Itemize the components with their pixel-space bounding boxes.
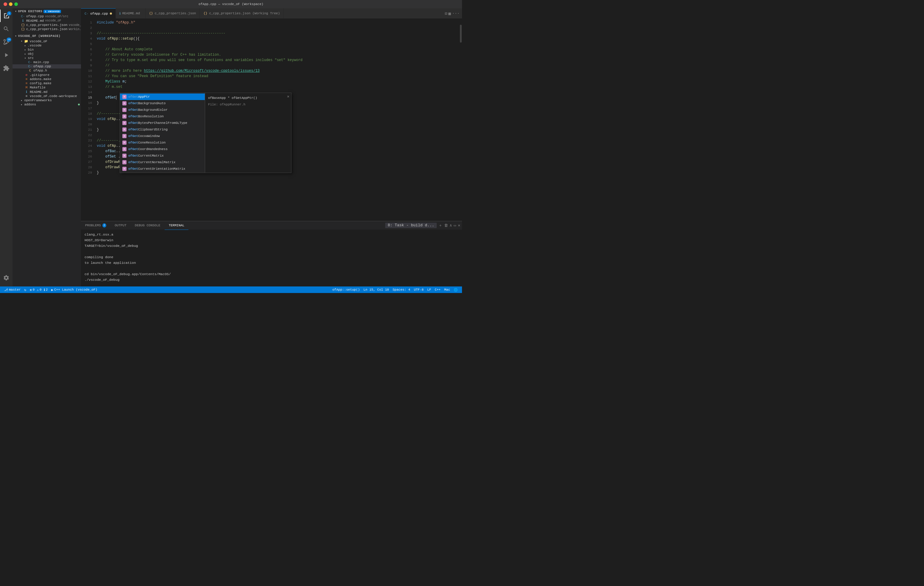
tab-ccpp1[interactable]: {} c_cpp_properties.json	[145, 8, 200, 18]
file-addons-make[interactable]: ≡ addons.make	[13, 77, 81, 81]
tab-readme[interactable]: ℹ README.md	[116, 8, 145, 18]
ac-item-ofGetCocoaWindow[interactable]: ⊙ ofGetCocoaWindow	[120, 133, 205, 139]
ac-item-ofGetCurrentMatrix[interactable]: ⊙ ofGetCurrentMatrix	[120, 152, 205, 159]
new-terminal-icon[interactable]: ＋	[439, 223, 442, 228]
file-makefile[interactable]: M Makefile	[13, 86, 81, 90]
code-line-12: MyClass m;	[94, 79, 460, 84]
main-cpp-icon: C·	[28, 61, 32, 64]
status-errors[interactable]: ⊗ 0 ⚠ 0 ℹ 2	[28, 286, 50, 293]
split-editor-icon[interactable]: ⊡	[445, 11, 447, 16]
ac-item-ofGetAppPtr[interactable]: ⊙ ofGetAppPtr	[120, 94, 205, 100]
readme-icon: ℹ	[25, 90, 28, 94]
panel-tabs: PROBLEMS 2 OUTPUT DEBUG CONSOLE TERMINAL…	[81, 221, 462, 230]
status-eol[interactable]: LF	[426, 286, 433, 293]
code-line-4: void ofApp::setup(){	[94, 36, 460, 41]
file-readme[interactable]: ℹ README.md	[13, 90, 81, 94]
terminal-content[interactable]: clang_rt.osx.a HOST_OS=Darwin TARGET=bin…	[81, 230, 462, 286]
file-workspace[interactable]: ≡ vscode_oF.code-workspace	[13, 94, 81, 98]
folder-obj[interactable]: ▸ obj	[13, 52, 81, 56]
folder-icon: 📁	[24, 39, 28, 43]
tab-md-icon: ℹ	[119, 12, 120, 15]
scrollbar-thumb[interactable]	[460, 25, 462, 43]
ac-item-ofGetClipboardString[interactable]: ⊙ ofGetClipboardString	[120, 126, 205, 133]
status-globe[interactable]: 🌐	[452, 286, 460, 293]
folder-vscode-of[interactable]: ▾ 📁 vscode_oF	[13, 39, 81, 43]
open-editor-ofapp-cpp[interactable]: C· ofApp.cpp vscode_oF/src	[13, 14, 81, 18]
close-button[interactable]	[3, 2, 7, 6]
terminal-line-5: compiling done	[84, 254, 459, 260]
tab-ccpp2[interactable]: {} c_cpp_properties.json (Working Tree)	[200, 8, 284, 18]
open-editor-ccpp2[interactable]: {} c_cpp_properties.json Workin...	[13, 27, 81, 31]
split-panel-icon[interactable]: ▭	[454, 223, 456, 228]
ac-item-ofGetCurrentOrientationMatrix[interactable]: ⊙ ofGetCurrentOrientationMatrix	[120, 165, 205, 172]
ac-close-button[interactable]: ✕	[287, 94, 289, 99]
folder-vscode[interactable]: ▸ .vscode	[13, 43, 81, 48]
run-activity-icon[interactable]	[0, 49, 13, 61]
addons-make-icon: ≡	[25, 78, 28, 81]
status-run[interactable]: ▶ C++ Launch (vscode_oF)	[50, 286, 99, 293]
file-config-make[interactable]: ≡ config.make	[13, 81, 81, 86]
terminal-line-4	[84, 249, 459, 254]
open-editor-readme[interactable]: ℹ README.md vscode_oF	[13, 18, 81, 23]
close-panel-icon[interactable]: ✕	[458, 223, 460, 228]
editor-scrollbar[interactable]	[460, 19, 462, 221]
status-encoding[interactable]: UTF-8	[412, 286, 426, 293]
line-numbers: 12345 678910 1112131415 1617181920 21222…	[81, 19, 94, 221]
status-lang[interactable]: C++	[433, 286, 442, 293]
file-ofapp-cpp[interactable]: C· ofApp.cpp	[13, 64, 81, 68]
file-main-cpp[interactable]: C· main.cpp	[13, 60, 81, 64]
status-spaces[interactable]: Spaces: 4	[391, 286, 412, 293]
explorer-activity-icon[interactable]: 1	[0, 10, 13, 22]
chevron-up-icon[interactable]: ∧	[450, 223, 452, 228]
status-position[interactable]: Ln 15, Col 10	[362, 286, 391, 293]
ac-item-ofGetConeResolution[interactable]: ⊙ ofGetConeResolution	[120, 139, 205, 146]
ac-item-ofGetBoxResolution[interactable]: ⊙ ofGetBoxResolution	[120, 113, 205, 120]
status-branch[interactable]: ⎇ master	[2, 286, 23, 293]
file-ofapp-h[interactable]: C ofApp.h	[13, 68, 81, 73]
folder-openframeworks[interactable]: ▸ openFrameworks	[13, 98, 81, 102]
ac-method-icon10: ⊙	[122, 154, 127, 158]
autocomplete-popup[interactable]: ⊙ ofGetAppPtr ⊙ ofGetBackgroundAuto ⊙ of…	[120, 92, 291, 173]
trash-icon[interactable]: 🗑	[444, 223, 448, 228]
code-line-11: // You can use "Peek Definition" feature…	[94, 74, 460, 79]
ac-method-icon12: ⊙	[122, 167, 127, 171]
status-sync[interactable]: ↻	[23, 286, 28, 293]
panel-tab-terminal[interactable]: TERMINAL	[165, 221, 189, 230]
terminal-line-2: HOST_OS=Darwin	[84, 237, 459, 243]
md-file-icon: ℹ	[21, 19, 25, 23]
status-scope[interactable]: ofApp::setup()	[330, 286, 361, 293]
maximize-button[interactable]	[14, 2, 18, 6]
ac-item-ofGetBackgroundColor[interactable]: ⊙ ofGetBackgroundColor	[120, 107, 205, 113]
panel-tab-debug[interactable]: DEBUG CONSOLE	[131, 221, 165, 230]
code-editor[interactable]: #include "ofApp.h" //-------------------…	[94, 19, 460, 221]
code-line-2	[94, 25, 460, 31]
folder-bin[interactable]: ▸ bin	[13, 48, 81, 52]
settings-activity-icon[interactable]	[0, 272, 13, 284]
open-editor-ccpp1[interactable]: {} c_cpp_properties.json vscode_o...	[13, 23, 81, 27]
search-activity-icon[interactable]	[0, 23, 13, 35]
ac-item-ofGetBackgroundAuto[interactable]: ⊙ ofGetBackgroundAuto	[120, 100, 205, 107]
minimize-button[interactable]	[9, 2, 13, 6]
status-platform[interactable]: Mac	[442, 286, 452, 293]
panel-tab-output[interactable]: OUTPUT	[111, 221, 131, 230]
ac-item-ofGetCoordHandedness[interactable]: ⊙ ofGetCoordHandedness	[120, 146, 205, 152]
workspace-header[interactable]: ▾ VSCODE_OF (WORKSPACE)	[13, 33, 81, 39]
task-label[interactable]: 8: Task - build d...	[385, 223, 436, 228]
tab-ofapp-cpp[interactable]: C· ofApp.cpp	[81, 8, 116, 18]
ac-item-ofGetCurrentNormalMatrix[interactable]: ⊙ ofGetCurrentNormalMatrix	[120, 159, 205, 165]
ac-item-ofGetBytesPerChannel[interactable]: ⊙ ofGetBytesPerChannelFromGLType	[120, 120, 205, 126]
more-actions-icon[interactable]: ···	[452, 11, 460, 16]
source-control-activity-icon[interactable]: 16	[0, 36, 13, 48]
editor-layout-icon[interactable]: ▦	[448, 11, 451, 16]
folder-src[interactable]: ▾ src	[13, 56, 81, 60]
window-controls[interactable]	[3, 2, 18, 6]
activity-bar: 1 16	[0, 8, 13, 286]
terminal-line-3: TARGET=bin/vscode_oF_debug	[84, 243, 459, 249]
editor-area: C· ofApp.cpp ℹ README.md {} c_cpp_proper…	[81, 8, 462, 286]
terminal-line-1: clang_rt.osx.a	[84, 232, 459, 237]
extensions-activity-icon[interactable]	[0, 62, 13, 74]
panel-tab-problems[interactable]: PROBLEMS 2	[81, 221, 111, 230]
folder-addons[interactable]: ▸ addons	[13, 102, 81, 107]
file-gitignore[interactable]: ⊘ .gitignore	[13, 73, 81, 77]
open-editors-header[interactable]: ▾ OPEN EDITORS 1 UNSAVED	[13, 8, 81, 14]
